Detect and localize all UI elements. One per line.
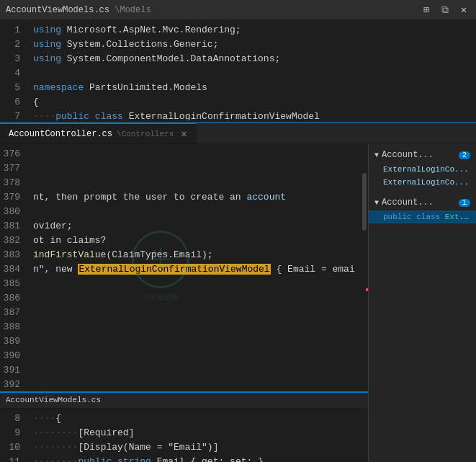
peek-section-2-header[interactable]: ▼ Account... 1 — [369, 195, 476, 210]
top-code-content[interactable]: using Microsoft.AspNet.Mvc.Rendering; us… — [27, 20, 476, 120]
peek-code-area: 8 9 10 11 ····{ ········[Required] ·····… — [0, 409, 368, 462]
bottom-line-377 — [33, 161, 361, 176]
peek-section-2-badge: 1 — [459, 199, 470, 207]
peek-section-2-label: Account... — [382, 197, 434, 208]
scrollbar-thumb — [362, 173, 367, 231]
peek-line-11: ········public string Email { get; set; … — [33, 455, 368, 462]
bottom-code-content[interactable]: 牛 小牛知识库 nt, then prompt the user to crea… — [27, 144, 361, 391]
top-file-title: AccountViewModels.cs \Models — [6, 5, 151, 15]
bottom-line-378 — [33, 176, 361, 190]
peek-section-1-header[interactable]: ▼ Account... 2 — [369, 147, 476, 163]
peek-line-9: ········[Required] — [33, 426, 368, 440]
close-bottom-tab-icon[interactable]: ✕ — [181, 129, 187, 139]
code-line-3: using System.ComponentModel.DataAnnotati… — [33, 52, 476, 66]
bottom-tab-filename: AccountController.cs — [9, 129, 112, 139]
bottom-line-386 — [33, 291, 361, 306]
peek-code-content[interactable]: ····{ ········[Required] ········[Displa… — [27, 409, 368, 462]
bottom-editor: AccountController.cs \Controllers ✕ 376 … — [0, 123, 476, 462]
top-breadcrumb: \Models — [114, 5, 151, 15]
scrollbar-error-marker — [366, 288, 368, 291]
top-editor: AccountViewModels.cs \Models ⊞ ⧉ ✕ 1 2 3… — [0, 0, 476, 123]
editor-left: 376 377 378 379 380 381 382 383 384 385 … — [0, 144, 368, 462]
bottom-line-379: nt, then prompt the user to create an ac… — [33, 190, 361, 205]
bottom-line-385 — [33, 277, 361, 291]
peek-item-1-1[interactable]: ExternalLoginCo... — [369, 163, 476, 176]
bottom-main: 376 377 378 379 380 381 382 383 384 385 … — [0, 144, 476, 462]
bottom-line-392 — [33, 378, 361, 391]
bottom-line-382: ot in claims? — [33, 234, 361, 248]
peek-filename: AccountViewModels.cs — [6, 396, 101, 404]
peek-item-2-1[interactable]: public class Ext... — [369, 210, 476, 223]
code-line-7: ····public class ExternalLoginConfirmati… — [33, 110, 476, 120]
peek-panel: ▼ Account... 2 ExternalLoginCo... Extern… — [368, 144, 476, 462]
bottom-line-391 — [33, 363, 361, 378]
bottom-line-383: indFirstValue(ClaimTypes.Email); — [33, 248, 361, 262]
peek-bottom-file: AccountViewModels.cs 8 9 10 11 ····{ ···… — [0, 391, 368, 462]
bottom-line-numbers: 376 377 378 379 380 381 382 383 384 385 … — [0, 144, 27, 391]
peek-section-1: ▼ Account... 2 ExternalLoginCo... Extern… — [369, 144, 476, 192]
close-top-icon[interactable]: ✕ — [457, 4, 470, 17]
peek-section-1-badge: 2 — [459, 151, 470, 159]
bottom-line-376 — [33, 147, 361, 161]
bottom-line-388 — [33, 320, 361, 334]
title-bar: AccountViewModels.cs \Models ⊞ ⧉ ✕ — [0, 0, 476, 20]
top-filename: AccountViewModels.cs — [6, 5, 109, 15]
bottom-tab-controller[interactable]: AccountController.cs \Controllers ✕ — [0, 123, 197, 143]
code-line-5: namespace PartsUnlimited.Models — [33, 81, 476, 95]
bottom-line-381: ovider; — [33, 219, 361, 234]
bottom-code[interactable]: 376 377 378 379 380 381 382 383 384 385 … — [0, 144, 368, 391]
code-line-1: using Microsoft.AspNet.Mvc.Rendering; — [33, 23, 476, 37]
peek-file-tab: AccountViewModels.cs — [0, 393, 368, 409]
bottom-line-387 — [33, 306, 361, 320]
peek-line-10: ········[Display(Name = "Email")] — [33, 440, 368, 455]
peek-section-2: ▼ Account... 1 public class Ext... — [369, 192, 476, 226]
peek-section-1-label: Account... — [382, 150, 434, 160]
bottom-line-390 — [33, 349, 361, 363]
code-line-2: using System.Collections.Generic; — [33, 37, 476, 52]
peek-item-1-2[interactable]: ExternalLoginCo... — [369, 176, 476, 189]
copy-icon[interactable]: ⧉ — [439, 4, 452, 17]
code-line-4 — [33, 66, 476, 81]
peek-line-8: ····{ — [33, 412, 368, 426]
code-line-6: { — [33, 95, 476, 110]
bottom-code-area: 376 377 378 379 380 381 382 383 384 385 … — [0, 144, 368, 391]
bottom-tab-breadcrumb: \Controllers — [117, 130, 174, 138]
chevron-down-icon-2: ▼ — [374, 199, 379, 207]
split-editor-icon[interactable]: ⊞ — [420, 4, 433, 17]
top-line-numbers: 1 2 3 4 5 6 7 — [0, 20, 27, 120]
bottom-line-384: n", new ExternalLoginConfirmationViewMod… — [33, 262, 361, 277]
peek-line-numbers: 8 9 10 11 — [0, 409, 27, 462]
top-code-area: 1 2 3 4 5 6 7 using Microsoft.AspNet.Mvc… — [0, 20, 476, 120]
bottom-line-380 — [33, 205, 361, 219]
bottom-tab-bar: AccountController.cs \Controllers ✕ — [0, 123, 476, 144]
chevron-down-icon-1: ▼ — [374, 151, 379, 159]
bottom-line-389 — [33, 334, 361, 349]
bottom-scrollbar[interactable] — [361, 144, 368, 391]
title-bar-icons: ⊞ ⧉ ✕ — [420, 4, 470, 17]
